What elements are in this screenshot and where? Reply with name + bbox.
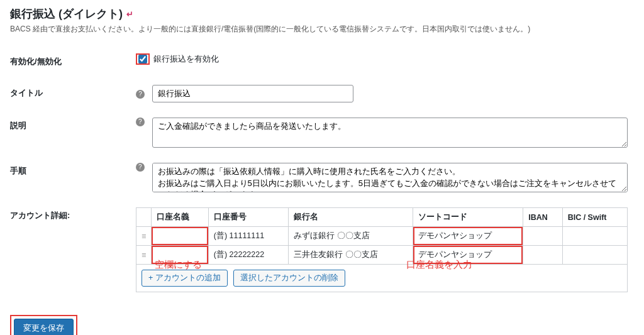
remove-account-button[interactable]: 選択したアカウントの削除 <box>233 270 345 287</box>
table-row: ≡ (普) 22222222 三井住友銀行 〇〇支店 デモパンヤショップ <box>136 246 628 265</box>
accounts-header-name: 口座名義 <box>152 208 208 227</box>
account-name-cell[interactable] <box>152 227 208 246</box>
accounts-label: アカウント詳細: <box>10 200 136 300</box>
save-button[interactable]: 変更を保存 <box>14 319 74 335</box>
instructions-textarea[interactable] <box>152 163 628 193</box>
add-account-button[interactable]: + アカウントの追加 <box>142 270 228 287</box>
page-description: BACS 経由で直接お支払いください。より一般的には直接銀行/電信振替(国際的に… <box>10 24 634 35</box>
table-row: ≡ (普) 11111111 みずほ銀行 〇〇支店 デモパンヤショップ <box>136 227 628 246</box>
account-bank-cell[interactable]: 三井住友銀行 〇〇支店 <box>289 246 413 265</box>
help-icon[interactable]: ? <box>136 163 145 172</box>
accounts-header-bic: BIC / Swift <box>562 208 627 227</box>
title-label: タイトル <box>10 77 136 110</box>
account-sort-cell[interactable]: デモパンヤショップ <box>413 227 523 246</box>
back-link[interactable]: ↵ <box>126 9 133 19</box>
help-icon[interactable]: ? <box>136 118 145 126</box>
account-iban-cell[interactable] <box>523 246 562 265</box>
page-title: 銀行振込 (ダイレクト) ↵ <box>10 6 634 21</box>
instructions-label: 手順 <box>10 155 136 200</box>
drag-handle-icon[interactable]: ≡ <box>136 227 152 246</box>
drag-handle-icon[interactable]: ≡ <box>136 246 152 265</box>
account-bank-cell[interactable]: みずほ銀行 〇〇支店 <box>289 227 413 246</box>
account-name-cell[interactable] <box>152 246 208 265</box>
account-bic-cell[interactable] <box>562 246 627 265</box>
account-number-cell[interactable]: (普) 11111111 <box>208 227 289 246</box>
settings-form: 有効化/無効化 銀行振込を有効化 タイトル ? 説明 ? <box>10 46 634 300</box>
account-number-cell[interactable]: (普) 22222222 <box>208 246 289 265</box>
account-iban-cell[interactable] <box>523 227 562 246</box>
accounts-table: 口座名義 口座番号 銀行名 ソートコード IBAN BIC / Swift ≡ <box>136 207 628 292</box>
desc-label: 説明 <box>10 110 136 155</box>
enable-checkbox-label: 銀行振込を有効化 <box>153 53 219 65</box>
enable-checkbox-highlight <box>136 53 150 65</box>
accounts-footer: + アカウントの追加 選択したアカウントの削除 <box>136 265 628 292</box>
title-input[interactable] <box>152 85 353 102</box>
desc-textarea[interactable] <box>152 118 628 148</box>
account-sort-cell[interactable]: デモパンヤショップ <box>413 246 523 265</box>
save-button-highlight: 変更を保存 <box>10 315 77 335</box>
page-title-text: 銀行振込 (ダイレクト) <box>10 6 123 21</box>
accounts-header-number: 口座番号 <box>208 208 289 227</box>
accounts-header-sort: ソートコード <box>413 208 523 227</box>
enable-checkbox[interactable] <box>138 55 147 63</box>
accounts-header-iban: IBAN <box>523 208 562 227</box>
enable-label: 有効化/無効化 <box>10 46 136 77</box>
accounts-header-bank: 銀行名 <box>289 208 413 227</box>
drag-header <box>136 208 152 227</box>
help-icon[interactable]: ? <box>136 90 145 99</box>
account-bic-cell[interactable] <box>562 227 627 246</box>
